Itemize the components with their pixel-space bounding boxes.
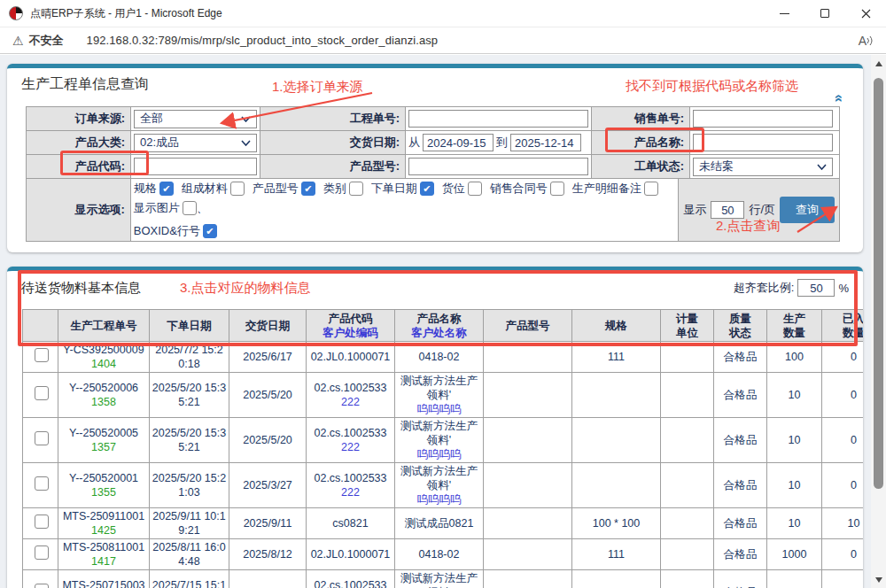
- col-delivery-date: 交货日期: [229, 310, 307, 342]
- row-checkbox[interactable]: [35, 545, 49, 560]
- minimize-button[interactable]: [764, 0, 804, 27]
- date-to-label: 到: [496, 135, 508, 151]
- row-checkbox[interactable]: [35, 584, 49, 588]
- col-qty: 生产数量: [767, 310, 822, 342]
- results-table-wrap: 生产工程单号 下单日期 交货日期 产品代码客户处编码 产品名称客户处名称 产品型…: [22, 309, 863, 588]
- table-row[interactable]: Y--2505200061358 2025/5/20 15:35:21 2025…: [23, 373, 864, 418]
- display-option: 类别: [323, 181, 363, 197]
- product-model-label: 产品型号:: [260, 155, 405, 178]
- checkbox-checked[interactable]: [420, 182, 434, 196]
- scrollbar-up-arrow-icon[interactable]: [871, 57, 886, 70]
- display-options: 规格组成材料产品型号类别下单日期货位销售合同号生产明细备注显示图片、BOXID&…: [130, 179, 679, 241]
- product-category-select[interactable]: 02:成品: [134, 134, 257, 152]
- col-product-model: 产品型号: [484, 310, 572, 342]
- date-from-label: 从: [408, 135, 420, 151]
- display-option-label: 销售合同号: [490, 181, 548, 197]
- display-option-label: 规格: [134, 181, 157, 197]
- product-name-label: 产品名称:: [591, 131, 689, 154]
- close-button[interactable]: [845, 0, 886, 27]
- display-option: 组成材料: [182, 181, 245, 197]
- display-option: 生产明细备注: [572, 181, 658, 197]
- table-row[interactable]: MTS-2508110011417 2025/8/11 16:04:48 202…: [23, 539, 864, 570]
- checkbox-unchecked[interactable]: [183, 201, 197, 215]
- ratio-label: 超齐套比例:: [734, 280, 795, 296]
- collapse-icon[interactable]: «: [833, 95, 847, 103]
- display-option-label: 类别: [323, 181, 346, 197]
- page-scrollbar[interactable]: [871, 55, 886, 588]
- row-checkbox[interactable]: [35, 514, 49, 529]
- project-no-label: 工程单号:: [260, 107, 405, 130]
- display-option: 货位: [442, 181, 482, 197]
- read-aloud-icon[interactable]: A: [859, 34, 874, 48]
- header-link-customer-code[interactable]: 客户处编码: [308, 326, 392, 340]
- checkbox-unchecked[interactable]: [468, 182, 482, 196]
- display-option: 下单日期: [371, 181, 434, 197]
- order-source-select[interactable]: 全部: [134, 110, 257, 128]
- security-label: 不安全: [29, 33, 64, 49]
- col-product-code: 产品代码客户处编码: [307, 310, 395, 342]
- display-option-label: BOXID&行号: [134, 223, 200, 239]
- window-title: 点晴ERP子系统 - 用户1 - Microsoft Edge: [30, 6, 222, 21]
- app-logo-icon: [9, 6, 23, 20]
- maximize-button[interactable]: [804, 0, 845, 27]
- checkbox-unchecked[interactable]: [550, 182, 564, 196]
- ratio-input[interactable]: [797, 279, 835, 297]
- address-bar[interactable]: ⚠ 不安全 192.168.0.32:789/mis/mrp/slc_produ…: [0, 27, 886, 54]
- checkbox-checked[interactable]: [301, 182, 315, 196]
- col-select: [23, 310, 58, 342]
- query-form-card: 生产工程单信息查询 « 订单来源: 全部 工程单号: 销售单号: 产品大类:: [7, 64, 863, 252]
- display-option-label: 货位: [442, 181, 465, 197]
- display-option-label: 组成材料: [182, 181, 228, 197]
- search-button[interactable]: 查询: [780, 197, 835, 223]
- page-size-prefix: 显示: [683, 202, 706, 218]
- row-checkbox[interactable]: [35, 431, 49, 445]
- date-from-input[interactable]: [423, 134, 494, 151]
- scrollbar-down-arrow-icon[interactable]: [871, 573, 886, 586]
- row-checkbox[interactable]: [35, 476, 49, 491]
- display-option-label: 下单日期: [371, 181, 417, 197]
- display-option-label: 显示图片: [134, 200, 180, 216]
- table-row[interactable]: Y--2505200011355 2025/5/20 15:21:03 2025…: [23, 463, 864, 508]
- project-no-input[interactable]: [408, 110, 588, 128]
- checkbox-checked[interactable]: [203, 224, 217, 238]
- ratio-unit: %: [838, 282, 849, 295]
- col-spec: 规格: [572, 310, 661, 342]
- checkbox-unchecked[interactable]: [349, 182, 363, 196]
- table-row[interactable]: Y--2505200051357 2025/5/20 15:35:21 2025…: [23, 418, 864, 463]
- sales-no-label: 销售单号:: [591, 107, 689, 130]
- page-size-input[interactable]: [711, 201, 744, 219]
- sales-no-input[interactable]: [693, 110, 833, 128]
- display-option: 产品型号: [253, 181, 315, 197]
- table-row[interactable]: Y-CS3925000091404 2025/7/2 15:20:18 2025…: [23, 342, 864, 373]
- table-row[interactable]: MTS-2507150031413 2025/7/15 15:16:12 202…: [23, 570, 864, 588]
- order-status-select[interactable]: 未结案: [693, 158, 833, 176]
- table-row[interactable]: MTS-2509110011425 2025/9/11 10:19:21 202…: [23, 508, 864, 539]
- scrollbar-thumb[interactable]: [874, 78, 883, 489]
- product-name-input[interactable]: [693, 134, 833, 151]
- display-option: 销售合同号: [490, 181, 564, 197]
- row-checkbox[interactable]: [35, 348, 49, 362]
- results-card: 待送货物料基本信息 3.点击对应的物料信息 超齐套比例: % 生产工程单号 下单…: [7, 267, 863, 588]
- results-table: 生产工程单号 下单日期 交货日期 产品代码客户处编码 产品名称客户处名称 产品型…: [22, 309, 863, 588]
- date-to-input[interactable]: [510, 134, 581, 151]
- col-order-no: 生产工程单号: [58, 310, 150, 342]
- product-model-input[interactable]: [408, 158, 588, 175]
- checkbox-unchecked[interactable]: [644, 182, 658, 196]
- checkbox-checked[interactable]: [159, 182, 174, 196]
- product-code-label: 产品代码:: [27, 155, 130, 178]
- product-category-label: 产品大类:: [27, 131, 130, 154]
- checkbox-unchecked[interactable]: [230, 182, 245, 196]
- col-in-qty: 已入数量: [822, 310, 864, 342]
- product-code-input[interactable]: [134, 158, 257, 175]
- order-source-label: 订单来源:: [27, 107, 130, 130]
- order-status-label: 工单状态:: [591, 155, 689, 178]
- chevron-down-icon: [241, 116, 251, 122]
- display-options-label: 显示选项:: [27, 179, 130, 241]
- header-link-customer-name[interactable]: 客户处名称: [397, 326, 481, 340]
- address-url[interactable]: 192.168.0.32:789/mis/mrp/slc_product_int…: [87, 34, 439, 47]
- row-checkbox[interactable]: [35, 386, 49, 400]
- display-option-label: 产品型号: [253, 181, 299, 197]
- chevron-down-icon: [817, 164, 827, 170]
- page-size-cell: 显示 行/页 查询: [678, 179, 839, 241]
- display-option: BOXID&行号: [134, 223, 217, 239]
